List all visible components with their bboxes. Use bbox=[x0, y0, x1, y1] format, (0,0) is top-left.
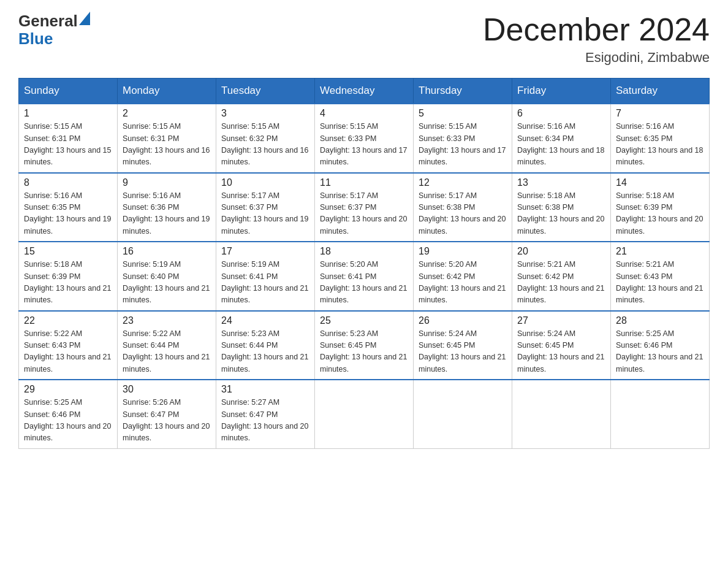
calendar-cell: 3Sunrise: 5:15 AMSunset: 6:32 PMDaylight… bbox=[216, 104, 315, 173]
col-header-monday: Monday bbox=[118, 79, 216, 104]
day-info: Sunrise: 5:15 AMSunset: 6:31 PMDaylight:… bbox=[123, 121, 211, 169]
day-number: 14 bbox=[616, 177, 704, 188]
day-info: Sunrise: 5:24 AMSunset: 6:45 PMDaylight:… bbox=[517, 328, 605, 376]
day-number: 28 bbox=[616, 315, 704, 326]
calendar-cell: 30Sunrise: 5:26 AMSunset: 6:47 PMDayligh… bbox=[118, 380, 216, 448]
day-number: 31 bbox=[221, 384, 309, 395]
day-number: 1 bbox=[24, 108, 112, 119]
day-info: Sunrise: 5:19 AMSunset: 6:41 PMDaylight:… bbox=[221, 259, 309, 307]
day-info: Sunrise: 5:20 AMSunset: 6:42 PMDaylight:… bbox=[419, 259, 507, 307]
calendar-cell: 27Sunrise: 5:24 AMSunset: 6:45 PMDayligh… bbox=[512, 311, 611, 380]
day-info: Sunrise: 5:16 AMSunset: 6:36 PMDaylight:… bbox=[123, 190, 211, 238]
calendar-cell: 31Sunrise: 5:27 AMSunset: 6:47 PMDayligh… bbox=[216, 380, 315, 448]
day-number: 25 bbox=[320, 315, 408, 326]
calendar-cell: 17Sunrise: 5:19 AMSunset: 6:41 PMDayligh… bbox=[216, 242, 315, 311]
day-info: Sunrise: 5:26 AMSunset: 6:47 PMDaylight:… bbox=[123, 397, 211, 445]
col-header-sunday: Sunday bbox=[19, 79, 118, 104]
day-number: 18 bbox=[320, 246, 408, 257]
logo: General Blue bbox=[18, 12, 90, 47]
day-number: 23 bbox=[123, 315, 211, 326]
svg-marker-0 bbox=[79, 12, 90, 25]
day-info: Sunrise: 5:17 AMSunset: 6:37 PMDaylight:… bbox=[320, 190, 408, 238]
day-number: 8 bbox=[24, 177, 112, 188]
calendar-cell: 26Sunrise: 5:24 AMSunset: 6:45 PMDayligh… bbox=[414, 311, 512, 380]
day-number: 20 bbox=[517, 246, 605, 257]
col-header-saturday: Saturday bbox=[611, 79, 710, 104]
calendar-week-row: 1Sunrise: 5:15 AMSunset: 6:31 PMDaylight… bbox=[19, 104, 710, 173]
calendar-cell: 23Sunrise: 5:22 AMSunset: 6:44 PMDayligh… bbox=[118, 311, 216, 380]
calendar-cell: 12Sunrise: 5:17 AMSunset: 6:38 PMDayligh… bbox=[414, 173, 512, 242]
logo-general-text: General bbox=[18, 12, 78, 30]
calendar-cell: 19Sunrise: 5:20 AMSunset: 6:42 PMDayligh… bbox=[414, 242, 512, 311]
calendar-cell: 7Sunrise: 5:16 AMSunset: 6:35 PMDaylight… bbox=[611, 104, 710, 173]
day-number: 26 bbox=[419, 315, 507, 326]
day-info: Sunrise: 5:27 AMSunset: 6:47 PMDaylight:… bbox=[221, 397, 309, 445]
day-number: 29 bbox=[24, 384, 112, 395]
col-header-tuesday: Tuesday bbox=[216, 79, 315, 104]
calendar-cell: 20Sunrise: 5:21 AMSunset: 6:42 PMDayligh… bbox=[512, 242, 611, 311]
calendar-cell: 24Sunrise: 5:23 AMSunset: 6:44 PMDayligh… bbox=[216, 311, 315, 380]
calendar-week-row: 29Sunrise: 5:25 AMSunset: 6:46 PMDayligh… bbox=[19, 380, 710, 448]
day-info: Sunrise: 5:22 AMSunset: 6:44 PMDaylight:… bbox=[123, 328, 211, 376]
logo-triangle-icon bbox=[79, 12, 90, 25]
calendar-cell: 6Sunrise: 5:16 AMSunset: 6:34 PMDaylight… bbox=[512, 104, 611, 173]
day-number: 30 bbox=[123, 384, 211, 395]
day-info: Sunrise: 5:17 AMSunset: 6:38 PMDaylight:… bbox=[419, 190, 507, 238]
day-info: Sunrise: 5:15 AMSunset: 6:33 PMDaylight:… bbox=[419, 121, 507, 169]
calendar-cell: 1Sunrise: 5:15 AMSunset: 6:31 PMDaylight… bbox=[19, 104, 118, 173]
day-info: Sunrise: 5:25 AMSunset: 6:46 PMDaylight:… bbox=[616, 328, 704, 376]
day-info: Sunrise: 5:18 AMSunset: 6:38 PMDaylight:… bbox=[517, 190, 605, 238]
calendar-cell: 29Sunrise: 5:25 AMSunset: 6:46 PMDayligh… bbox=[19, 380, 118, 448]
calendar-week-row: 22Sunrise: 5:22 AMSunset: 6:43 PMDayligh… bbox=[19, 311, 710, 380]
calendar-cell bbox=[512, 380, 611, 448]
month-title: December 2024 bbox=[483, 12, 710, 47]
day-number: 11 bbox=[320, 177, 408, 188]
calendar-cell: 11Sunrise: 5:17 AMSunset: 6:37 PMDayligh… bbox=[315, 173, 414, 242]
day-info: Sunrise: 5:18 AMSunset: 6:39 PMDaylight:… bbox=[616, 190, 704, 238]
day-number: 19 bbox=[419, 246, 507, 257]
calendar-cell: 4Sunrise: 5:15 AMSunset: 6:33 PMDaylight… bbox=[315, 104, 414, 173]
calendar-cell: 25Sunrise: 5:23 AMSunset: 6:45 PMDayligh… bbox=[315, 311, 414, 380]
day-number: 15 bbox=[24, 246, 112, 257]
calendar-week-row: 15Sunrise: 5:18 AMSunset: 6:39 PMDayligh… bbox=[19, 242, 710, 311]
calendar-cell: 10Sunrise: 5:17 AMSunset: 6:37 PMDayligh… bbox=[216, 173, 315, 242]
logo-blue-text: Blue bbox=[18, 29, 53, 48]
calendar-table: SundayMondayTuesdayWednesdayThursdayFrid… bbox=[18, 78, 710, 449]
day-number: 5 bbox=[419, 108, 507, 119]
calendar-header-row: SundayMondayTuesdayWednesdayThursdayFrid… bbox=[19, 79, 710, 104]
calendar-cell: 15Sunrise: 5:18 AMSunset: 6:39 PMDayligh… bbox=[19, 242, 118, 311]
calendar-cell: 5Sunrise: 5:15 AMSunset: 6:33 PMDaylight… bbox=[414, 104, 512, 173]
day-number: 7 bbox=[616, 108, 704, 119]
calendar-cell: 14Sunrise: 5:18 AMSunset: 6:39 PMDayligh… bbox=[611, 173, 710, 242]
day-number: 9 bbox=[123, 177, 211, 188]
day-number: 10 bbox=[221, 177, 309, 188]
col-header-friday: Friday bbox=[512, 79, 611, 104]
day-info: Sunrise: 5:16 AMSunset: 6:35 PMDaylight:… bbox=[24, 190, 112, 238]
calendar-cell: 2Sunrise: 5:15 AMSunset: 6:31 PMDaylight… bbox=[118, 104, 216, 173]
day-info: Sunrise: 5:16 AMSunset: 6:35 PMDaylight:… bbox=[616, 121, 704, 169]
calendar-cell: 8Sunrise: 5:16 AMSunset: 6:35 PMDaylight… bbox=[19, 173, 118, 242]
day-number: 16 bbox=[123, 246, 211, 257]
calendar-cell: 9Sunrise: 5:16 AMSunset: 6:36 PMDaylight… bbox=[118, 173, 216, 242]
day-info: Sunrise: 5:21 AMSunset: 6:42 PMDaylight:… bbox=[517, 259, 605, 307]
col-header-wednesday: Wednesday bbox=[315, 79, 414, 104]
day-number: 6 bbox=[517, 108, 605, 119]
day-number: 22 bbox=[24, 315, 112, 326]
day-number: 27 bbox=[517, 315, 605, 326]
day-number: 12 bbox=[419, 177, 507, 188]
title-section: December 2024 Esigodini, Zimbabwe bbox=[483, 12, 710, 66]
day-number: 4 bbox=[320, 108, 408, 119]
day-info: Sunrise: 5:23 AMSunset: 6:44 PMDaylight:… bbox=[221, 328, 309, 376]
day-info: Sunrise: 5:21 AMSunset: 6:43 PMDaylight:… bbox=[616, 259, 704, 307]
page-header: General Blue December 2024 Esigodini, Zi… bbox=[18, 12, 710, 66]
day-number: 17 bbox=[221, 246, 309, 257]
location: Esigodini, Zimbabwe bbox=[483, 50, 710, 66]
day-info: Sunrise: 5:20 AMSunset: 6:41 PMDaylight:… bbox=[320, 259, 408, 307]
day-info: Sunrise: 5:15 AMSunset: 6:31 PMDaylight:… bbox=[24, 121, 112, 169]
day-info: Sunrise: 5:15 AMSunset: 6:32 PMDaylight:… bbox=[221, 121, 309, 169]
day-info: Sunrise: 5:17 AMSunset: 6:37 PMDaylight:… bbox=[221, 190, 309, 238]
calendar-cell: 18Sunrise: 5:20 AMSunset: 6:41 PMDayligh… bbox=[315, 242, 414, 311]
calendar-week-row: 8Sunrise: 5:16 AMSunset: 6:35 PMDaylight… bbox=[19, 173, 710, 242]
day-number: 2 bbox=[123, 108, 211, 119]
day-info: Sunrise: 5:16 AMSunset: 6:34 PMDaylight:… bbox=[517, 121, 605, 169]
